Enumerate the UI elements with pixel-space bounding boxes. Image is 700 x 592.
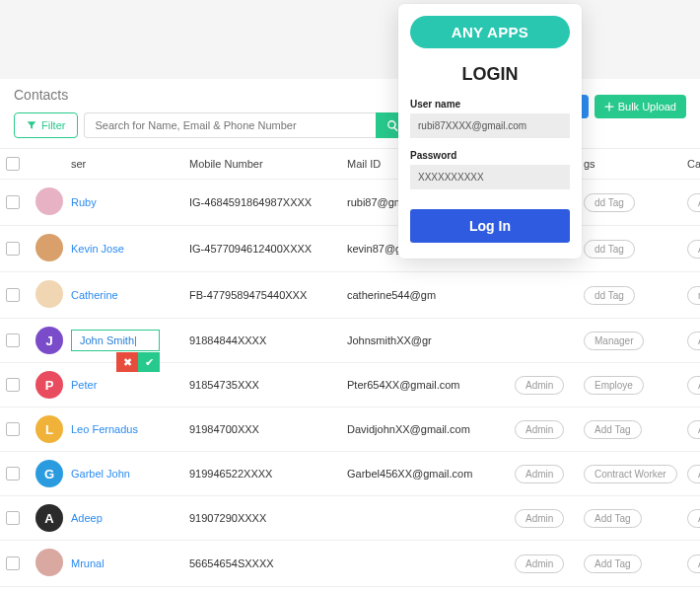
role-pill[interactable]: Admin — [515, 465, 564, 483]
avatar — [35, 280, 63, 308]
contact-name-link[interactable]: Kevin Jose — [71, 243, 124, 255]
table-row: AJohn BrittasFB-3457649624350XXX-AdminAd… — [0, 587, 700, 593]
avatar — [35, 187, 63, 215]
contact-name-link[interactable]: Catherine — [71, 289, 118, 301]
avatar: G — [35, 460, 63, 487]
brand-pill: ANY APPS — [410, 16, 570, 48]
mail-cell: Pter654XX@gmail.com — [341, 363, 509, 407]
cancel-edit-button[interactable]: ✖ — [116, 352, 138, 372]
mobile-cell: 919946522XXXX — [183, 452, 341, 496]
mobile-cell: IG-4577094612400XXXX — [183, 226, 341, 272]
row-checkbox[interactable] — [6, 288, 20, 302]
filter-button[interactable]: Filter — [14, 112, 78, 138]
row-checkbox[interactable] — [6, 467, 20, 481]
name-edit-input[interactable]: John Smith|✖✔ — [71, 330, 160, 351]
confirm-edit-button[interactable]: ✔ — [138, 352, 160, 372]
mobile-cell: 91984700XXX — [183, 407, 341, 452]
contact-name-link[interactable]: Leo Fernadus — [71, 423, 138, 435]
plus-icon — [604, 102, 614, 111]
tag-pill[interactable]: dd Tag — [584, 286, 635, 305]
search-wrap — [84, 112, 409, 138]
category-pill[interactable]: Add Cat — [687, 420, 700, 439]
col-mobile: Mobile Number — [183, 149, 341, 180]
category-pill[interactable]: Add Cat — [687, 555, 700, 573]
avatar: L — [35, 415, 63, 443]
contact-name-link[interactable]: Ruby — [71, 196, 97, 208]
table-row: JJohn Smith|✖✔91884844XXXXJohnsmithXX@gr… — [0, 319, 700, 363]
table-row: PPeter91854735XXXPter654XX@gmail.comAdmi… — [0, 363, 700, 407]
table-row: LLeo Fernadus91984700XXXDavidjohnXX@gmai… — [0, 407, 700, 452]
mail-cell: DavidjohnXX@gmail.com — [341, 407, 509, 452]
table-row: RubyIG-4684591864987XXXXrubi87@gmail.cdd… — [0, 180, 700, 226]
password-field[interactable] — [410, 165, 570, 189]
mobile-cell: 91884844XXXX — [183, 319, 341, 363]
search-input[interactable] — [84, 112, 376, 138]
avatar: J — [35, 327, 63, 354]
category-pill[interactable]: Add Cat — [687, 509, 700, 528]
bulk-upload-button[interactable]: Bulk Upload — [595, 95, 686, 118]
select-all-checkbox[interactable] — [6, 157, 20, 171]
avatar — [35, 234, 63, 261]
bulk-upload-label: Bulk Upload — [618, 101, 676, 112]
row-checkbox[interactable] — [6, 242, 20, 256]
category-pill[interactable]: nnnnnn — [687, 286, 700, 305]
role-pill[interactable]: Admin — [515, 555, 564, 573]
row-checkbox[interactable] — [6, 378, 20, 392]
mobile-cell: IG-4684591864987XXXX — [183, 180, 341, 226]
mail-cell: - — [341, 587, 509, 593]
role-pill[interactable]: Admin — [515, 420, 564, 439]
row-checkbox[interactable] — [6, 511, 20, 525]
category-pill[interactable]: Add Cat — [687, 240, 700, 259]
tag-pill[interactable]: Add Tag — [584, 555, 642, 573]
contact-name-link[interactable]: Garbel John — [71, 468, 130, 480]
tag-pill[interactable]: Add Tag — [584, 509, 642, 528]
col-tags: gs — [578, 149, 681, 180]
tag-pill[interactable]: dd Tag — [584, 193, 635, 212]
mobile-cell: FB-3457649624350XXX — [183, 587, 341, 593]
category-pill[interactable]: Add Cat — [687, 376, 700, 395]
search-icon — [386, 119, 399, 132]
role-pill[interactable]: Admin — [515, 509, 564, 528]
username-label: User name — [410, 99, 570, 110]
row-checkbox[interactable] — [6, 422, 20, 436]
category-pill[interactable]: Add Cat — [687, 332, 700, 350]
row-checkbox[interactable] — [6, 333, 20, 347]
mobile-cell: 56654654SXXXX — [183, 541, 341, 587]
col-user: ser — [65, 149, 183, 180]
tag-pill[interactable]: Contract Worker — [584, 465, 677, 483]
table-row: GGarbel John919946522XXXXGarbel456XX@gma… — [0, 452, 700, 496]
mail-cell: catherine544@gm — [341, 272, 509, 319]
contact-name-link[interactable]: Peter — [71, 379, 97, 391]
mobile-cell: 91907290XXXX — [183, 496, 341, 541]
role-pill[interactable]: Admin — [515, 376, 564, 395]
mobile-cell: 91854735XXX — [183, 363, 341, 407]
category-pill[interactable]: Add Cat — [687, 193, 700, 212]
avatar: P — [35, 371, 63, 399]
password-label: Password — [410, 150, 570, 161]
tag-pill[interactable]: Employe — [584, 376, 644, 395]
filter-label: Filter — [41, 119, 65, 131]
mail-cell — [341, 496, 509, 541]
row-checkbox[interactable] — [6, 556, 20, 570]
login-title: LOGIN — [410, 48, 570, 99]
username-field[interactable] — [410, 113, 570, 138]
mobile-cell: FB-4779589475440XXX — [183, 272, 341, 319]
col-categories: Catagorie — [681, 149, 700, 180]
row-checkbox[interactable] — [6, 195, 20, 209]
tag-pill[interactable]: Add Tag — [584, 420, 642, 439]
table-row: AAdeep91907290XXXXAdminAdd TagAdd Cat — [0, 496, 700, 541]
login-button[interactable]: Log In — [410, 209, 570, 243]
avatar: A — [35, 504, 63, 532]
login-card: ANY APPS LOGIN User name Password Log In — [398, 4, 582, 259]
mail-cell — [341, 541, 509, 587]
table-row: Kevin JoseIG-4577094612400XXXXkevin87@gm… — [0, 226, 700, 272]
tag-pill[interactable]: dd Tag — [584, 240, 635, 259]
contacts-table: ser Mobile Number Mail ID gs Catagorie R… — [0, 148, 700, 592]
category-pill[interactable]: Add Cat — [687, 465, 700, 483]
mail-cell: Garbel456XX@gmail.com — [341, 452, 509, 496]
table-row: Mrunal56654654SXXXXAdminAdd TagAdd Cat — [0, 541, 700, 587]
contact-name-link[interactable]: Adeep — [71, 512, 103, 524]
tag-pill[interactable]: Manager — [584, 332, 644, 350]
contact-name-link[interactable]: Mrunal — [71, 557, 105, 569]
table-row: CatherineFB-4779589475440XXXcatherine544… — [0, 272, 700, 319]
